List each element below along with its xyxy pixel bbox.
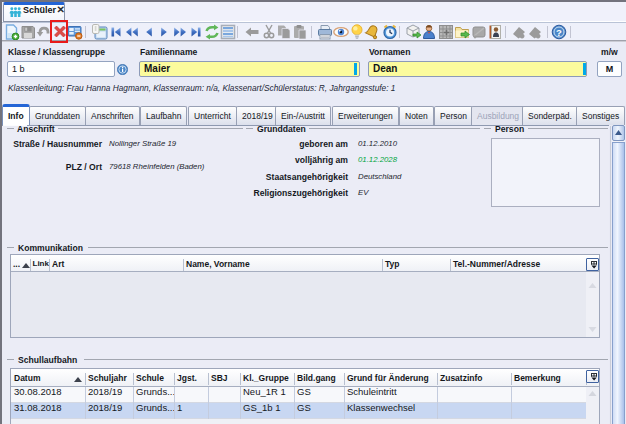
svg-text:?: ? [556,27,562,38]
